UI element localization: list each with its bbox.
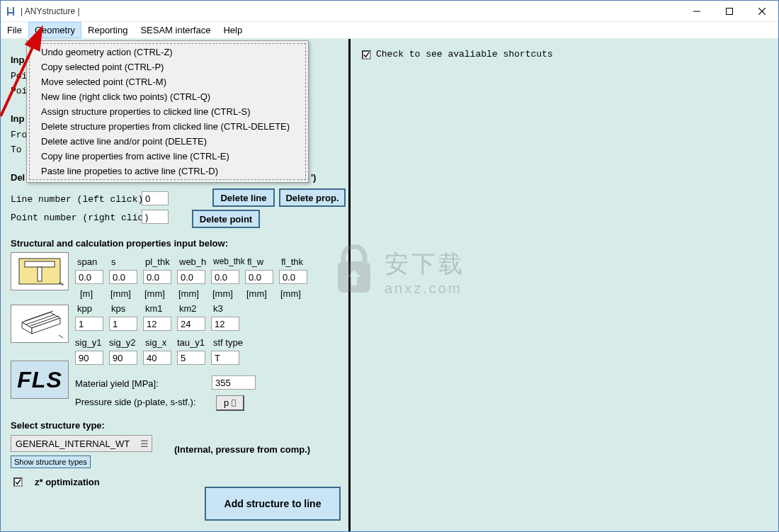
dd-delete-props[interactable]: Delete structure properties from clicked… [30,119,305,134]
label-internal-note: (Internal, pressure from comp.) [174,444,310,455]
structural-props-title: Structural and calculation properties in… [11,238,228,249]
hdr-tauy1: tau_y1 [177,337,205,348]
hdr-span: span [77,256,97,267]
label-mat-yield: Material yield [MPa]: [75,378,159,389]
inp-sigy1[interactable] [75,351,103,365]
delete-point-button[interactable]: Delete point [192,210,260,228]
line-number-input[interactable] [142,191,169,205]
fls-icon[interactable]: FLS [11,361,69,399]
hdr-sigy2: sig_y2 [109,337,136,348]
unit-mm-4: [mm] [212,288,233,299]
inp-webthk[interactable] [211,270,239,284]
plate-icon[interactable] [11,305,69,343]
add-structure-button[interactable]: Add structure to line [205,487,341,521]
hdr-plthk: pl_thk [145,256,170,267]
label-to: To [11,145,22,155]
inp-km1[interactable] [143,317,171,331]
dd-delete-active[interactable]: Delete active line and/or point (DELETE) [30,134,305,149]
inp-sigx[interactable] [143,351,171,365]
shortcuts-checkbox[interactable] [362,50,371,60]
svg-rect-2 [727,8,733,14]
structure-type-select[interactable]: GENERAL_INTERNAL_WT ☰ [11,435,152,452]
label-from: Fro [11,130,27,140]
svg-rect-6 [25,261,55,267]
inp-km2[interactable] [177,317,205,331]
pressure-side-button[interactable]: p [216,395,244,411]
inp-stftype[interactable] [211,351,239,365]
inp-span[interactable] [75,270,103,284]
svg-point-0 [10,8,12,10]
inp-tauy1[interactable] [177,351,205,365]
dd-copy-point[interactable]: Copy selected point (CTRL-P) [30,60,305,74]
dd-copy-line-props[interactable]: Copy line properties from active line (C… [30,149,305,164]
maximize-button[interactable] [713,1,746,22]
dd-new-line[interactable]: New line (right click two points) (CTRL-… [30,89,305,104]
inp-s[interactable] [109,270,137,284]
label-point-number: Point number (right click): [11,213,160,223]
inp-kpp[interactable] [75,317,103,331]
window-controls [681,1,778,22]
left-panel: Inp Poi Poi Inp Fro To Del ') Line numbe… [1,39,348,531]
dd-undo[interactable]: Undo geometry action (CTRL-Z) [30,45,305,60]
label-select-structure: Select structure type: [11,420,105,431]
label-pressure-side: Pressure side (p-plate, s-stf.): [75,397,196,407]
show-structure-types-button[interactable]: Show structure types [11,455,91,468]
label-line-number: Line number (left click): [11,194,149,205]
inp-flw[interactable] [245,270,273,284]
z-optimization-checkbox[interactable] [13,477,23,487]
app-icon [5,6,16,17]
hdr-flw: fl_w [247,256,263,267]
watermark: 安下载 anxz.com [329,244,465,300]
hdr-km2: km2 [179,303,197,314]
hdr-km1: km1 [145,303,163,314]
label-delete-end: ') [311,172,316,183]
unit-mm-2: [mm] [144,288,165,299]
hdr-flthk: fl_thk [281,256,303,267]
dd-paste-line-props[interactable]: Paste line propeties to active line (CTR… [30,164,305,179]
unit-mm-3: [mm] [178,288,199,299]
watermark-sub: anxz.com [385,281,465,297]
hdr-kpp: kpp [77,303,92,314]
point-number-input[interactable] [142,210,169,224]
workarea: Inp Poi Poi Inp Fro To Del ') Line numbe… [1,39,778,531]
hdr-webthk: web_thk [213,256,245,266]
close-button[interactable] [746,1,778,22]
inp-sigy2[interactable] [109,351,137,365]
minimize-button[interactable] [681,1,713,22]
dd-assign-props[interactable]: Assign structure properties to clicked l… [30,104,305,119]
label-shortcuts: Check to see avaliable shortcuts [376,49,553,60]
menubar: File Geometry Reporting SESAM interface … [1,22,778,39]
inp-k3[interactable] [211,317,239,331]
unit-mm-6: [mm] [280,288,301,299]
unit-mm-5: [mm] [246,288,267,299]
delete-prop-button[interactable]: Delete prop. [279,188,346,207]
inp-mat-yield[interactable] [212,375,256,390]
hdr-stftype: stf type [213,337,243,348]
window-title: | ANYstructure | [21,6,80,16]
structure-type-value: GENERAL_INTERNAL_WT [16,438,130,449]
hdr-sigx: sig_x [145,337,166,348]
unit-mm-1: [mm] [110,288,131,299]
hdr-k3: k3 [213,303,223,314]
tbeam-icon[interactable] [11,252,69,290]
hdr-s: s [111,256,116,267]
red-arrow-annotation [0,21,63,120]
geometry-dropdown: Undo geometry action (CTRL-Z) Copy selec… [26,40,309,183]
delete-line-button[interactable]: Delete line [212,188,275,207]
hdr-webh: web_h [179,256,206,267]
hdr-kps: kps [111,303,125,314]
menu-sesam[interactable]: SESAM interface [134,22,217,38]
inp-kps[interactable] [109,317,137,331]
label-delete: Del [11,172,25,183]
menu-help[interactable]: Help [217,22,249,38]
watermark-main: 安下载 [385,248,465,281]
dd-move-point[interactable]: Move selected point (CTRL-M) [30,74,305,89]
inp-plthk[interactable] [143,270,171,284]
right-panel: Check to see avaliable shortcuts 安下载 anx… [351,39,778,531]
menu-reporting[interactable]: Reporting [81,22,134,38]
unit-m: [m] [80,288,93,299]
inp-flthk[interactable] [279,270,307,284]
titlebar: | ANYstructure | [1,1,778,22]
dropdown-handle-icon: ☰ [140,438,147,449]
inp-webh[interactable] [177,270,205,284]
